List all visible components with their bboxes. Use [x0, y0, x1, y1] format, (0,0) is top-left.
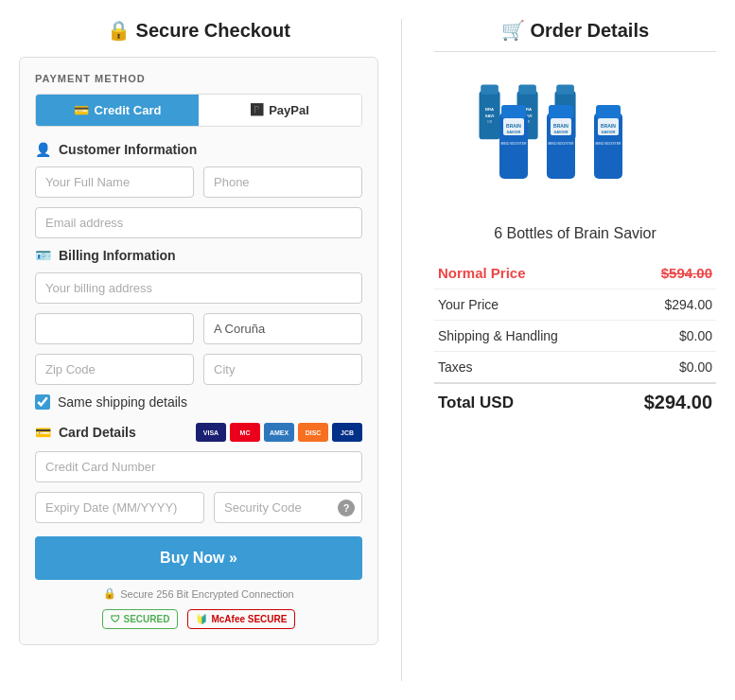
svg-rect-22	[549, 105, 573, 118]
product-image-container: BRA SAVI OR BRA SAVI OR BRA	[434, 67, 716, 212]
secured-badge: 🛡 SECURED	[102, 609, 179, 629]
same-shipping-label[interactable]: Same shipping details	[58, 394, 187, 410]
taxes-label: Taxes	[434, 352, 611, 384]
lock-icon: 🔒	[103, 587, 116, 600]
shield-icon: 🛡	[111, 614, 120, 624]
normal-price-row: Normal Price $594.00	[434, 257, 716, 289]
expiry-security-row: ?	[35, 492, 362, 523]
your-price-value: $294.00	[611, 289, 716, 321]
svg-text:BRAIN: BRAIN	[506, 123, 521, 129]
secure-icon: 🔒	[107, 20, 131, 41]
help-icon[interactable]: ?	[338, 499, 355, 516]
credit-card-icon: 💳	[74, 103, 89, 117]
zip-input[interactable]	[35, 354, 194, 385]
payment-tabs: 💳 Credit Card 🅿 PayPal	[35, 94, 362, 127]
svg-text:BRAIN: BRAIN	[553, 123, 569, 129]
svg-rect-28	[596, 105, 621, 118]
svg-text:BRA: BRA	[485, 107, 494, 112]
visa-icon: VISA	[196, 423, 226, 442]
email-group	[35, 207, 362, 238]
country-select[interactable]: Spain United States	[35, 313, 194, 344]
amex-icon: AMEX	[264, 423, 294, 442]
billing-address-input[interactable]	[35, 272, 362, 304]
card-icon: 💳	[35, 425, 51, 440]
total-label: Total USD	[434, 383, 611, 421]
card-number-group	[35, 451, 362, 482]
id-card-icon: 🪪	[35, 248, 51, 263]
tab-credit-card[interactable]: 💳 Credit Card	[36, 95, 199, 126]
total-value: $294.00	[611, 383, 716, 421]
checkout-title: 🔒 Secure Checkout	[19, 19, 378, 42]
buy-now-button[interactable]: Buy Now »	[35, 536, 362, 580]
svg-rect-1	[481, 85, 499, 95]
cart-icon: 🛒	[501, 20, 525, 41]
svg-text:MIND BOOSTER: MIND BOOSTER	[548, 142, 574, 146]
discover-icon: DISC	[298, 423, 328, 442]
product-name: 6 Bottles of Brain Savior	[434, 225, 716, 242]
order-details-title: 🛒 Order Details	[434, 19, 716, 42]
shipping-row: Shipping & Handling $0.00	[434, 321, 716, 352]
card-icons: VISA MC AMEX DISC JCB	[196, 423, 362, 442]
mcafee-badge: 🔰 McAfee SECURE	[187, 609, 295, 629]
svg-rect-16	[501, 105, 526, 118]
same-shipping-checkbox[interactable]	[35, 394, 50, 410]
card-number-input[interactable]	[35, 451, 362, 482]
svg-text:MIND BOOSTER: MIND BOOSTER	[500, 142, 527, 146]
shipping-value: $0.00	[611, 321, 716, 352]
security-wrapper: ?	[214, 492, 362, 523]
title-divider	[434, 51, 716, 52]
person-icon: 👤	[35, 142, 51, 157]
total-row: Total USD $294.00	[434, 383, 716, 421]
price-table: Normal Price $594.00 Your Price $294.00 …	[434, 257, 716, 421]
right-column: 🛒 Order Details BRA SAVI OR	[425, 19, 716, 681]
card-details-title: 💳 Card Details	[35, 425, 136, 440]
customer-info-title: 👤 Customer Information	[35, 142, 362, 157]
your-price-row: Your Price $294.00	[434, 289, 716, 321]
jcb-icon: JCB	[332, 423, 362, 442]
column-divider	[401, 19, 402, 681]
trust-badges: 🛡 SECURED 🔰 McAfee SECURE	[35, 609, 362, 629]
product-image: BRA SAVI OR BRA SAVI OR BRA	[452, 67, 698, 209]
mcafee-icon: 🔰	[196, 614, 207, 624]
expiry-input[interactable]	[35, 492, 204, 523]
billing-info-title: 🪪 Billing Information	[35, 248, 362, 263]
svg-rect-6	[518, 85, 536, 95]
svg-rect-11	[556, 85, 574, 95]
country-city-row: Spain United States A Coruña Madrid Barc…	[35, 313, 362, 344]
svg-text:SAVI: SAVI	[485, 114, 495, 118]
zip-city-row	[35, 354, 362, 385]
mastercard-icon: MC	[230, 423, 260, 442]
svg-text:OR: OR	[487, 120, 493, 124]
city-input[interactable]	[203, 354, 362, 385]
svg-text:SAVIOR: SAVIOR	[553, 130, 568, 134]
name-phone-row	[35, 166, 362, 198]
checkout-box: PAYMENT METHOD 💳 Credit Card 🅿 PayPal 👤 …	[19, 57, 378, 645]
card-details-header: 💳 Card Details VISA MC AMEX DISC JCB	[35, 423, 362, 442]
normal-price-label: Normal Price	[434, 257, 611, 289]
address-group	[35, 272, 362, 304]
secure-text: 🔒 Secure 256 Bit Encrypted Connection	[35, 587, 362, 600]
taxes-value: $0.00	[611, 352, 716, 384]
city-select[interactable]: A Coruña Madrid Barcelona	[203, 313, 362, 344]
same-shipping-row: Same shipping details	[35, 394, 362, 410]
paypal-icon: 🅿	[251, 103, 263, 117]
svg-text:SAVIOR: SAVIOR	[601, 130, 615, 134]
svg-text:SAVIOR: SAVIOR	[506, 130, 520, 134]
svg-text:MIND BOOSTER: MIND BOOSTER	[595, 142, 621, 146]
taxes-row: Taxes $0.00	[434, 352, 716, 384]
payment-method-label: PAYMENT METHOD	[35, 73, 362, 84]
phone-input[interactable]	[203, 166, 362, 198]
svg-text:BRAIN: BRAIN	[601, 123, 616, 129]
your-price-label: Your Price	[434, 289, 611, 321]
email-input[interactable]	[35, 207, 362, 238]
tab-paypal[interactable]: 🅿 PayPal	[199, 95, 361, 126]
full-name-input[interactable]	[35, 166, 194, 198]
shipping-label: Shipping & Handling	[434, 321, 611, 352]
normal-price-value: $594.00	[611, 257, 716, 289]
